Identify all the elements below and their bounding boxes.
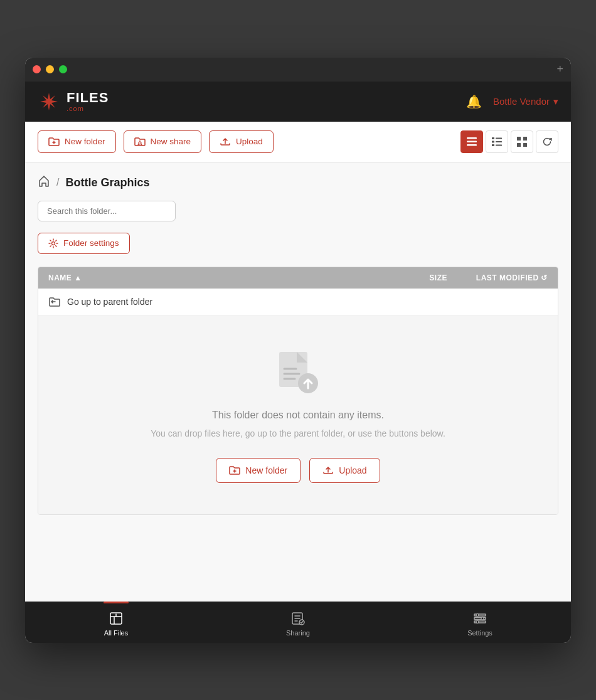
modified-column-header[interactable]: LAST MODIFIED ↺ (447, 273, 548, 282)
empty-state-actions: New folder Upload (51, 458, 545, 483)
close-button[interactable] (33, 65, 41, 73)
empty-new-folder-label: New folder (245, 465, 287, 475)
nav-all-files-label: All Files (104, 629, 129, 637)
grid-icon (517, 137, 527, 147)
hamburger-icon (467, 137, 477, 146)
upload-icon (322, 465, 334, 476)
home-breadcrumb-link[interactable] (38, 175, 50, 191)
nav-item-all-files[interactable]: All Files (91, 608, 141, 639)
home-icon (38, 175, 50, 188)
new-folder-label: New folder (65, 137, 105, 146)
folder-settings-label: Folder settings (63, 238, 119, 248)
maximize-button[interactable] (59, 65, 67, 73)
app-header: FILES .com 🔔 Bottle Vendor ▾ (25, 82, 571, 122)
empty-state: This folder does not contain any items. … (38, 316, 558, 514)
svg-rect-9 (496, 144, 502, 146)
svg-rect-12 (517, 143, 521, 147)
detail-view-button[interactable] (486, 130, 508, 153)
empty-secondary-text: You can drop files here, go up to the pa… (51, 427, 545, 440)
list-detail-icon (492, 137, 502, 146)
nav-settings-label: Settings (467, 629, 492, 637)
new-share-button[interactable]: New share (124, 130, 202, 153)
toolbar-actions: New folder New share Upload (38, 130, 274, 153)
empty-state-icon (273, 347, 323, 397)
refresh-icon (542, 137, 552, 147)
name-column-header[interactable]: NAME ▲ (48, 273, 385, 282)
settings-icon (472, 610, 488, 627)
parent-folder-name: Go up to parent folder (48, 296, 385, 307)
svg-rect-11 (523, 137, 527, 141)
nav-item-settings[interactable]: Settings (455, 608, 505, 639)
sharing-icon (290, 610, 306, 627)
empty-new-folder-button[interactable]: New folder (216, 458, 301, 483)
svg-rect-4 (492, 137, 494, 139)
nav-sharing-label: Sharing (286, 629, 310, 637)
grid-view-button[interactable] (511, 130, 533, 153)
logo-text: FILES .com (67, 91, 109, 112)
title-bar: + (25, 58, 571, 82)
search-input[interactable] (38, 201, 176, 221)
view-toggle (460, 130, 558, 153)
refresh-button[interactable] (536, 130, 558, 153)
empty-primary-text: This folder does not contain any items. (51, 410, 545, 421)
list-view-button[interactable] (460, 130, 483, 153)
svg-rect-10 (517, 137, 521, 141)
svg-rect-7 (496, 141, 502, 142)
header-right: 🔔 Bottle Vendor ▾ (466, 94, 558, 109)
logo: FILES .com (38, 90, 109, 113)
logo-files-label: FILES (67, 91, 109, 105)
empty-upload-label: Upload (339, 465, 366, 475)
new-folder-icon (48, 137, 60, 147)
svg-rect-1 (467, 137, 477, 139)
breadcrumb-current-folder: Bottle Graphics (65, 176, 149, 189)
svg-point-27 (481, 617, 484, 620)
upload-label: Upload (236, 137, 263, 146)
size-column-header[interactable]: SIZE (385, 273, 447, 282)
upload-button[interactable]: Upload (209, 130, 274, 153)
new-folder-button[interactable]: New folder (38, 130, 116, 153)
svg-rect-5 (496, 137, 502, 139)
breadcrumb-separator: / (56, 177, 59, 188)
new-folder-icon (229, 465, 240, 475)
parent-folder-icon (48, 296, 61, 307)
new-share-label: New share (151, 137, 191, 146)
file-table: NAME ▲ SIZE LAST MODIFIED ↺ Go up to par… (38, 267, 558, 515)
toolbar: New folder New share Upload (25, 122, 571, 162)
svg-point-28 (476, 620, 479, 623)
folder-settings-button[interactable]: Folder settings (38, 233, 130, 254)
svg-rect-3 (467, 144, 477, 146)
bottom-nav: All Files Sharing Settings (25, 602, 571, 643)
main-content: / Bottle Graphics Folder settings NAME ▲… (25, 162, 571, 602)
logo-icon (38, 90, 60, 113)
new-tab-button[interactable]: + (556, 63, 563, 76)
upload-icon (220, 136, 231, 147)
app-window: + FILES .com 🔔 Bottle Vendor ▾ (25, 58, 571, 643)
gear-icon (48, 238, 58, 248)
svg-rect-6 (492, 141, 494, 142)
user-chevron-icon: ▾ (553, 96, 558, 107)
logo-com-label: .com (67, 105, 109, 112)
notification-bell-icon[interactable]: 🔔 (466, 94, 482, 109)
parent-folder-label: Go up to parent folder (67, 297, 152, 307)
svg-rect-8 (492, 144, 494, 146)
table-row[interactable]: Go up to parent folder (38, 289, 558, 316)
svg-rect-2 (467, 141, 477, 142)
user-menu-button[interactable]: Bottle Vendor ▾ (493, 96, 558, 107)
new-share-icon (134, 137, 146, 147)
empty-upload-button[interactable]: Upload (309, 458, 380, 483)
table-header: NAME ▲ SIZE LAST MODIFIED ↺ (38, 267, 558, 289)
all-files-icon (108, 610, 124, 627)
breadcrumb: / Bottle Graphics (38, 175, 558, 191)
svg-rect-13 (523, 143, 527, 147)
svg-point-14 (52, 241, 55, 245)
nav-item-sharing[interactable]: Sharing (273, 608, 323, 639)
svg-point-26 (476, 613, 479, 616)
user-name-label: Bottle Vendor (493, 96, 550, 107)
minimize-button[interactable] (46, 65, 54, 73)
